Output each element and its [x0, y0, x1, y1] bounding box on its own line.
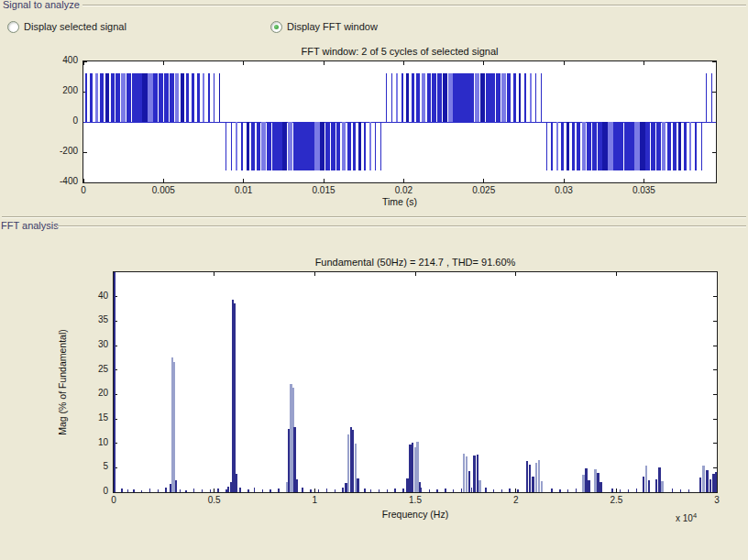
pwm-pulse	[386, 73, 387, 122]
pwm-pulse	[416, 73, 420, 122]
fft-noise-bar	[394, 489, 396, 492]
pwm-pulse	[261, 122, 265, 170]
x-tick-label: 0	[63, 185, 104, 195]
fft-noise-bar	[310, 489, 312, 492]
pwm-pulse	[535, 73, 536, 122]
fft-harmonic-bar	[419, 482, 422, 492]
y-tick-label: 15	[74, 412, 108, 423]
pwm-pulse	[619, 122, 624, 170]
pwm-pulse	[342, 122, 346, 170]
pwm-pulse	[634, 122, 640, 170]
fft-noise-bar	[254, 488, 256, 492]
pwm-pulse	[148, 73, 153, 122]
fft-spectrum-plot-area	[113, 271, 718, 493]
fft-harmonic-bar	[532, 477, 534, 492]
pwm-pulse	[587, 122, 591, 170]
fft-harmonic-bar	[175, 480, 178, 492]
pwm-pulse	[496, 73, 500, 122]
pwm-pulse	[170, 73, 174, 122]
pwm-pulse	[137, 73, 142, 122]
x-tick-label: 0.5	[194, 495, 235, 505]
radio-button-icon[interactable]	[7, 21, 19, 33]
x-tick-mark	[243, 179, 244, 182]
pwm-pulse	[645, 122, 650, 170]
pwm-pulse	[561, 122, 563, 170]
pwm-pulse	[480, 73, 485, 122]
pwm-pulse	[95, 73, 99, 122]
x-tick-label: 0.035	[623, 185, 664, 195]
pwm-pulse	[448, 73, 454, 122]
fft-harmonic-bar	[236, 474, 238, 492]
fft-window-xaxis-label: Time (s)	[82, 196, 717, 207]
fft-noise-bar	[567, 489, 569, 492]
y-tick-label: 30	[74, 339, 108, 349]
pwm-pulse	[219, 73, 220, 122]
x-tick-label: 0.025	[464, 185, 504, 195]
fft-noise-bar	[436, 489, 438, 492]
x-tick-label: 3	[697, 495, 737, 505]
pwm-pulse	[298, 122, 303, 170]
signal-section-title: Signal to analyze	[3, 0, 80, 10]
pwm-pulse	[353, 122, 356, 170]
pwm-pulse	[336, 122, 341, 170]
fft-noise-bar	[429, 489, 431, 492]
y-tick-label: 0	[74, 486, 108, 496]
fft-harmonic-bar	[706, 470, 709, 492]
pwm-pulse	[309, 122, 314, 170]
fft-noise-bar	[149, 489, 151, 492]
pwm-pulse	[369, 122, 371, 170]
pwm-pulse	[651, 122, 655, 170]
x-tick-label: 2.5	[596, 495, 636, 505]
pwm-pulse	[667, 122, 671, 170]
radio-display-selected-signal[interactable]: Display selected signal	[7, 20, 126, 33]
y-tick-label: 10	[74, 437, 108, 447]
y-tick-mark	[83, 182, 87, 183]
pwm-pulse	[325, 122, 330, 170]
fft-harmonic-bar	[114, 272, 116, 492]
fft-section-divider	[57, 225, 746, 227]
radio-button-icon[interactable]	[270, 21, 282, 33]
fft-window-chart-title: FFT window: 2 of 5 cycles of selected si…	[82, 46, 717, 57]
fft-noise-bar	[509, 489, 511, 492]
pwm-pulse	[406, 73, 409, 122]
pwm-pulse	[695, 122, 696, 170]
pwm-pulse	[226, 122, 226, 170]
pwm-pulse	[629, 122, 634, 170]
x-tick-mark	[564, 61, 565, 65]
y-tick-mark	[713, 467, 717, 468]
x-tick-mark	[324, 179, 324, 182]
x-tick-mark	[564, 179, 565, 182]
x-tick-mark	[644, 179, 644, 182]
radio-display-fft-window[interactable]: Display FFT window	[270, 20, 378, 33]
pwm-pulse	[684, 122, 686, 170]
pwm-pulse	[402, 73, 403, 122]
pwm-pulse	[624, 122, 630, 170]
fft-noise-bar	[210, 489, 212, 492]
pwm-pulse	[142, 73, 148, 122]
fft-noise-bar	[471, 488, 473, 492]
pwm-pulse	[422, 73, 425, 122]
fft-harmonic-bar	[702, 466, 705, 492]
pwm-pulse	[164, 73, 169, 122]
x-tick-mark	[403, 61, 404, 65]
fft-noise-bar	[326, 489, 328, 492]
pwm-pulse	[282, 122, 287, 170]
pwm-pulse	[347, 122, 351, 170]
pwm-pulse	[247, 122, 249, 170]
fft-noise-bar	[672, 489, 674, 492]
pwm-pulse	[706, 73, 707, 122]
fft-noise-bar	[445, 489, 446, 492]
fft-analysis-window: Signal to analyze Display selected signa…	[0, 0, 748, 560]
x-tick-label: 0.03	[544, 185, 584, 195]
x-tick-mark	[483, 179, 484, 182]
pwm-pulse	[524, 73, 526, 122]
y-tick-mark	[712, 61, 716, 62]
pwm-pulse	[475, 73, 480, 122]
x-tick-label: 0	[94, 495, 134, 505]
fft-noise-bar	[165, 488, 167, 492]
pwm-pulse	[412, 73, 414, 122]
fft-noise-bar	[453, 489, 455, 492]
fft-noise-bar	[620, 489, 622, 492]
xaxis-multiplier: x 104	[676, 511, 697, 523]
x-tick-mark	[243, 61, 244, 65]
